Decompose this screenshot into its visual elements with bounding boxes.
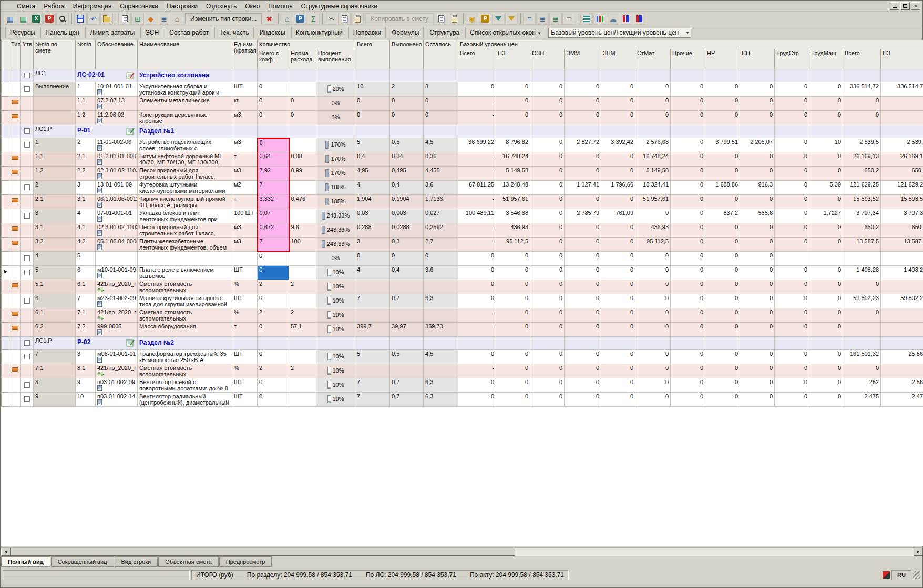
chart-icon[interactable] [593, 13, 606, 25]
cell-done[interactable]: 0,7 [390, 294, 424, 308]
nav-button[interactable]: Индексы [255, 27, 290, 38]
cell-current-price[interactable]: 0 [843, 111, 881, 125]
cell-base-price[interactable]: 0 [601, 195, 635, 209]
menu-item[interactable]: Информация [69, 2, 116, 11]
cell-num-smeta[interactable] [34, 111, 76, 125]
cell-base-price[interactable]: 0 [705, 378, 740, 393]
cell-total[interactable] [355, 280, 390, 294]
cell-base-price[interactable]: 0 [740, 294, 775, 308]
cell-base-price[interactable]: 16 748,24 [635, 152, 671, 167]
cell-total[interactable]: 0 [355, 252, 390, 266]
cell-base-price[interactable]: 0 [635, 209, 671, 223]
cell-base-price[interactable]: 0 [530, 152, 565, 167]
cell-empty[interactable] [843, 337, 881, 350]
cell-basis[interactable]: 10-01-001-01 [96, 82, 138, 97]
cell-base-price[interactable]: 51 957,61 [635, 195, 671, 209]
cell-type[interactable] [9, 181, 21, 195]
cell-base-price[interactable]: 0 [601, 393, 635, 407]
scroll-right-button[interactable]: ▶ [914, 548, 923, 556]
cell-base-price[interactable]: 0 [671, 238, 705, 252]
cell-base-price[interactable]: 0 [809, 308, 843, 323]
cell-current-price[interactable]: 252 [843, 378, 881, 393]
cell-percent[interactable]: 10% [316, 294, 355, 308]
cell-base-price[interactable]: 0 [671, 308, 705, 323]
cell-empty[interactable] [424, 337, 458, 350]
cell-base-price[interactable]: 0 [601, 364, 635, 378]
cell-qty-total[interactable]: 7,92 [258, 167, 289, 181]
cell-qty-norm[interactable] [289, 82, 316, 97]
approve-checkbox[interactable] [24, 73, 30, 78]
view-tab[interactable]: Вид строки [115, 556, 158, 567]
cell-base-price[interactable]: 1 688,86 [705, 181, 740, 195]
cell-current-price[interactable]: 26 169,13 [843, 152, 881, 167]
approve-checkbox[interactable] [24, 382, 30, 388]
cell-base-price[interactable]: 0 [496, 280, 530, 294]
cell-current-price[interactable]: 650,2 [843, 167, 881, 181]
cell-name[interactable]: Кирпич кислотоупорный прямой КП, класс А… [138, 195, 232, 209]
delete-row-icon[interactable]: ✖ [263, 13, 275, 25]
insert-resource-icon[interactable]: ◆ [145, 13, 157, 25]
cell-empty[interactable] [881, 125, 923, 138]
cell-base-price[interactable]: 0 [671, 252, 705, 266]
cell-current-price[interactable]: 0 [843, 280, 881, 294]
section-notepad-icon[interactable] [126, 127, 135, 136]
pdf-export-icon[interactable]: P [43, 13, 56, 25]
cell-percent[interactable]: 243,33% [316, 209, 355, 223]
cell-empty[interactable] [232, 125, 258, 138]
cell-base-price[interactable]: 0 [809, 294, 843, 308]
cell-base-price[interactable]: 0 [496, 252, 530, 266]
cell-name[interactable]: Конструкции деревянные клееные [138, 111, 232, 125]
cell-base-price[interactable]: 0 [775, 364, 809, 378]
cell-base-price[interactable]: 0 [809, 223, 843, 238]
cell-empty[interactable] [530, 125, 565, 138]
cell-total[interactable]: 5 [355, 138, 390, 152]
cell-current-price[interactable]: 13 587,5 [843, 238, 881, 252]
cell-base-price[interactable]: 0 [530, 308, 565, 323]
cell-done[interactable]: 39,97 [390, 323, 424, 337]
cell-base-price[interactable]: 0 [809, 393, 843, 407]
cell-current-price[interactable]: 2 475 [843, 393, 881, 407]
cell-percent[interactable]: 20% [316, 82, 355, 97]
cell-basis[interactable]: 11.2.06.02 [96, 111, 138, 125]
cell-base-price[interactable]: - [458, 308, 496, 323]
cell-empty[interactable] [705, 337, 740, 350]
cell-name[interactable] [138, 252, 232, 266]
cell-approved[interactable] [21, 364, 34, 378]
nav-button[interactable]: Тех. часть [214, 27, 253, 38]
row-selector[interactable] [2, 378, 9, 393]
cell-num-smeta[interactable]: 1,1 [34, 152, 76, 167]
cell-base-price[interactable]: 0 [671, 223, 705, 238]
cell-num[interactable]: 8,1 [76, 364, 96, 378]
cell-base-price[interactable]: 0 [740, 364, 775, 378]
cell-current-price[interactable]: 26 169,13 [881, 152, 923, 167]
cell-base-price[interactable]: 0 [775, 323, 809, 337]
cell-base-price[interactable]: 0 [458, 294, 496, 308]
open-folder-icon[interactable] [100, 13, 113, 25]
cell-base-price[interactable]: 0 [601, 167, 635, 181]
cell-base-price[interactable]: - [458, 167, 496, 181]
cell-name[interactable]: Машина крутильная сигарного типа для скр… [138, 294, 232, 308]
cell-done[interactable]: 0,5 [390, 138, 424, 152]
outline-collapse-icon[interactable]: ≡ [523, 13, 536, 25]
cell-num[interactable]: 9 [76, 378, 96, 393]
cell-base-price[interactable] [809, 252, 843, 266]
cell-basis[interactable]: 06.1.01.06-0011 [96, 195, 138, 209]
cell-name[interactable]: Устройство котлована [138, 69, 232, 82]
cell-base-price[interactable]: 436,93 [635, 223, 671, 238]
view-tab[interactable]: Сокращенный вид [51, 556, 114, 567]
cell-base-price[interactable]: 0 [809, 195, 843, 209]
cell-num-smeta[interactable]: 7 [34, 350, 76, 364]
cell-base-price[interactable]: - [458, 152, 496, 167]
cell-base-price[interactable]: 3 546,88 [496, 209, 530, 223]
cell-empty[interactable] [775, 125, 809, 138]
cell-unit[interactable]: ШТ [232, 350, 258, 364]
cell-base-price[interactable]: 0 [740, 393, 775, 407]
add-position-icon[interactable]: ⊞ [131, 13, 144, 25]
cell-name[interactable]: Вентилятор осевой с поворотными лопаткам… [138, 378, 232, 393]
cell-base-price[interactable]: 0 [809, 364, 843, 378]
cell-left[interactable]: 6,3 [424, 378, 458, 393]
cell-base-price[interactable]: 100 489,11 [458, 209, 496, 223]
cell-approved[interactable] [21, 294, 34, 308]
cell-base-price[interactable]: 3 392,42 [601, 138, 635, 152]
cell-num-smeta[interactable] [34, 97, 76, 111]
